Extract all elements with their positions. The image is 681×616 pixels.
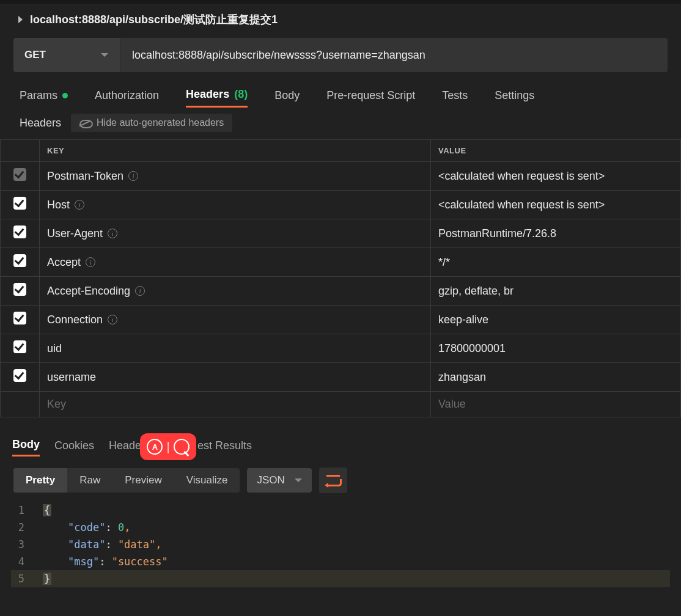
table-row: Connectionikeep-alive <box>1 306 681 334</box>
header-key-cell[interactable]: Postman-Tokeni <box>40 162 431 191</box>
info-icon[interactable]: i <box>75 200 84 210</box>
header-enabled-checkbox[interactable] <box>13 197 26 210</box>
line-number: 3 <box>11 536 43 553</box>
line-number: 5 <box>11 570 43 587</box>
header-key-cell[interactable]: Accepti <box>40 248 431 277</box>
header-value-input[interactable]: Value <box>431 392 681 417</box>
request-title-row: localhost:8888/api/subscribe/测试防止重复提交1 <box>0 4 681 38</box>
header-enabled-checkbox[interactable] <box>13 369 26 382</box>
header-value-cell[interactable]: PostmanRuntime/7.26.8 <box>431 219 681 248</box>
view-pretty-button[interactable]: Pretty <box>13 468 67 493</box>
header-enabled-checkbox[interactable] <box>13 254 26 267</box>
tab-settings[interactable]: Settings <box>495 89 534 107</box>
response-tab-cookies[interactable]: Cookies <box>54 439 94 456</box>
table-row: Hosti<calculated when request is sent> <box>1 191 681 219</box>
info-icon[interactable]: i <box>108 229 117 238</box>
wrap-lines-button[interactable] <box>319 468 347 493</box>
response-tabs: Body Cookies Heade est Results A | <box>0 426 681 463</box>
header-enabled-checkbox[interactable] <box>13 312 26 324</box>
header-enabled-checkbox[interactable] <box>13 340 26 353</box>
info-icon[interactable]: i <box>135 286 145 296</box>
header-key-cell[interactable]: username <box>40 363 431 392</box>
line-number: 4 <box>11 553 43 570</box>
table-row: usernamezhangsan <box>1 363 681 392</box>
chevron-down-icon <box>101 53 108 57</box>
info-icon[interactable]: i <box>86 257 95 267</box>
response-toolbar: Pretty Raw Preview Visualize JSON <box>0 463 681 498</box>
table-row-new: KeyValue <box>1 392 681 417</box>
header-key-cell[interactable]: Connectioni <box>40 306 431 334</box>
header-key-cell[interactable]: User-Agenti <box>40 219 431 248</box>
header-key-cell[interactable]: uid <box>40 334 431 363</box>
info-icon[interactable]: i <box>128 171 138 181</box>
tab-tests[interactable]: Tests <box>442 89 468 107</box>
table-row: Accept-Encodingigzip, deflate, br <box>1 277 681 306</box>
line-number: 2 <box>11 519 43 536</box>
headers-label: Headers <box>20 117 61 130</box>
hide-autogen-toggle[interactable]: Hide auto-generated headers <box>71 114 232 132</box>
header-enabled-checkbox[interactable] <box>13 283 26 296</box>
params-active-dot-icon <box>62 93 68 98</box>
ai-search-badge[interactable]: A | <box>140 433 196 460</box>
header-col-value: VALUE <box>431 140 681 162</box>
header-key-cell[interactable]: Accept-Encodingi <box>40 277 431 306</box>
ai-icon: A <box>147 439 163 455</box>
header-value-cell[interactable]: <calculated when request is sent> <box>431 191 681 219</box>
eye-off-icon <box>79 117 90 128</box>
info-icon[interactable]: i <box>108 315 117 324</box>
header-value-cell[interactable]: 17800000001 <box>431 334 681 363</box>
collapse-icon[interactable] <box>18 16 23 23</box>
view-visualize-button[interactable]: Visualize <box>174 468 240 493</box>
table-row: Postman-Tokeni<calculated when request i… <box>1 162 681 191</box>
response-tab-test-results[interactable]: est Results <box>197 439 252 456</box>
wrap-icon <box>326 475 340 486</box>
search-icon <box>174 439 190 455</box>
tab-pre-request-script[interactable]: Pre-request Script <box>326 89 415 107</box>
line-number: 1 <box>11 502 43 519</box>
view-raw-button[interactable]: Raw <box>67 468 112 493</box>
header-value-cell[interactable]: zhangsan <box>431 363 681 392</box>
response-tab-headers[interactable]: Heade <box>109 439 141 456</box>
request-title: localhost:8888/api/subscribe/测试防止重复提交1 <box>30 12 278 27</box>
url-input[interactable] <box>121 38 668 72</box>
header-value-cell[interactable]: keep-alive <box>431 306 681 334</box>
tab-params[interactable]: Params <box>20 89 68 107</box>
response-body[interactable]: 1 { 2 "code": 0, 3 "data": "data", 4 "ms… <box>0 498 681 598</box>
header-value-cell[interactable]: <calculated when request is sent> <box>431 162 681 191</box>
header-value-cell[interactable]: gzip, deflate, br <box>431 277 681 306</box>
request-tabs: Params Authorization Headers (8) Body Pr… <box>0 88 681 114</box>
table-row: Accepti*/* <box>1 248 681 277</box>
header-key-input[interactable]: Key <box>40 392 431 417</box>
request-url-bar: GET <box>13 38 668 72</box>
tab-body[interactable]: Body <box>274 89 300 107</box>
format-select[interactable]: JSON <box>247 468 311 493</box>
response-view-mode: Pretty Raw Preview Visualize <box>13 468 240 493</box>
response-tab-body[interactable]: Body <box>12 438 40 457</box>
header-enabled-checkbox[interactable] <box>13 226 26 238</box>
header-key-cell[interactable]: Hosti <box>40 191 431 219</box>
tab-authorization[interactable]: Authorization <box>95 89 159 107</box>
tab-headers[interactable]: Headers (8) <box>186 88 248 108</box>
header-col-key: KEY <box>40 140 431 162</box>
method-select[interactable]: GET <box>13 38 121 72</box>
headers-table: KEY VALUE Postman-Tokeni<calculated when… <box>0 139 681 417</box>
headers-subheader: Headers Hide auto-generated headers <box>0 114 681 138</box>
method-label: GET <box>24 49 46 61</box>
view-preview-button[interactable]: Preview <box>112 468 174 493</box>
table-row: User-AgentiPostmanRuntime/7.26.8 <box>1 219 681 248</box>
header-enabled-checkbox[interactable] <box>13 168 26 181</box>
table-row: uid17800000001 <box>1 334 681 363</box>
chevron-down-icon <box>295 479 302 482</box>
header-value-cell[interactable]: */* <box>431 248 681 277</box>
header-col-checkbox <box>1 140 40 162</box>
